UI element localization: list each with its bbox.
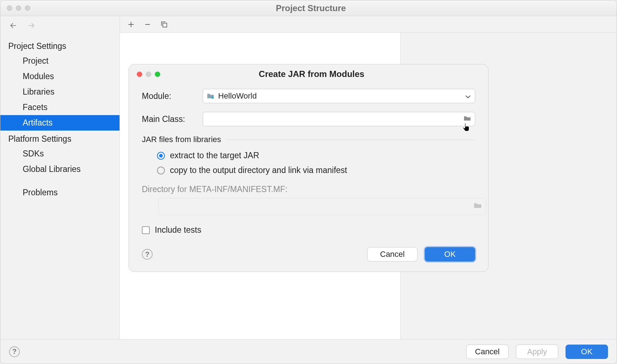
svg-rect-0 <box>163 23 167 27</box>
manifest-dir-label: Directory for META-INF/MANIFEST.MF: <box>142 185 475 194</box>
svg-rect-1 <box>211 97 213 99</box>
dialog-ok-button[interactable]: OK <box>425 247 475 261</box>
radio-extract[interactable]: extract to the target JAR <box>142 151 475 160</box>
traffic-lights <box>0 5 30 11</box>
section-project-settings: Project Settings <box>0 38 120 53</box>
module-dropdown[interactable]: HelloWorld <box>203 89 475 103</box>
cancel-button[interactable]: Cancel <box>466 345 509 359</box>
dialog-close-icon[interactable] <box>137 72 142 77</box>
include-tests-checkbox[interactable]: Include tests <box>142 225 475 235</box>
radio-selected-icon <box>157 152 165 160</box>
manifest-dir-input <box>158 198 486 215</box>
sidebar-item-facets[interactable]: Facets <box>0 100 120 115</box>
zoom-icon[interactable] <box>25 5 30 11</box>
copy-artifact-button[interactable] <box>160 21 168 28</box>
section-platform-settings: Platform Settings <box>0 131 120 146</box>
dialog-zoom-icon[interactable] <box>155 72 160 77</box>
dialog-titlebar: Create JAR from Modules <box>129 64 488 84</box>
chevron-down-icon <box>465 91 470 101</box>
radio-copy[interactable]: copy to the output directory and link vi… <box>142 165 475 175</box>
jar-section-label: JAR files from libraries <box>142 135 221 144</box>
nav-arrows <box>0 21 120 30</box>
main-class-label: Main Class: <box>142 114 201 124</box>
radio-copy-label: copy to the output directory and link vi… <box>170 165 347 175</box>
main-class-input[interactable] <box>203 112 475 126</box>
browse-manifest-icon <box>473 202 482 211</box>
titlebar: Project Structure <box>0 0 617 16</box>
checkbox-icon <box>142 226 150 234</box>
dialog-title: Create JAR from Modules <box>160 69 488 79</box>
sidebar-item-modules[interactable]: Modules <box>0 69 120 84</box>
artifact-toolbar <box>120 16 617 33</box>
module-label: Module: <box>142 91 201 101</box>
radio-extract-label: extract to the target JAR <box>170 151 259 160</box>
minimize-icon[interactable] <box>16 5 21 11</box>
browse-main-class-icon[interactable] <box>463 114 471 124</box>
add-artifact-button[interactable] <box>127 21 135 28</box>
ok-button[interactable]: OK <box>566 345 608 359</box>
forward-button[interactable] <box>26 21 36 30</box>
create-jar-dialog: Create JAR from Modules Module: HelloWor… <box>129 64 488 272</box>
apply-button[interactable]: Apply <box>516 345 558 359</box>
close-icon[interactable] <box>7 5 12 11</box>
sidebar-item-artifacts[interactable]: Artifacts <box>0 115 120 131</box>
sidebar-item-sdks[interactable]: SDKs <box>0 146 120 161</box>
include-tests-label: Include tests <box>155 225 201 235</box>
help-button[interactable]: ? <box>9 346 20 357</box>
dialog-help-button[interactable]: ? <box>142 249 153 260</box>
sidebar-item-project[interactable]: Project <box>0 53 120 69</box>
sidebar-item-libraries[interactable]: Libraries <box>0 84 120 100</box>
sidebar: Project Settings Project Modules Librari… <box>0 16 120 339</box>
back-button[interactable] <box>8 21 18 30</box>
remove-artifact-button[interactable] <box>144 21 152 28</box>
sidebar-item-problems[interactable]: Problems <box>0 185 120 200</box>
window-title: Project Structure <box>30 3 617 13</box>
module-folder-icon <box>207 93 215 99</box>
radio-unselected-icon <box>157 167 165 174</box>
dialog-minimize-icon[interactable] <box>146 72 151 77</box>
jar-options-section: JAR files from libraries <box>142 135 475 144</box>
footer: ? Cancel Apply OK <box>0 339 617 364</box>
sidebar-item-global-libraries[interactable]: Global Libraries <box>0 161 120 177</box>
module-value: HelloWorld <box>218 91 257 101</box>
dialog-cancel-button[interactable]: Cancel <box>367 247 418 261</box>
